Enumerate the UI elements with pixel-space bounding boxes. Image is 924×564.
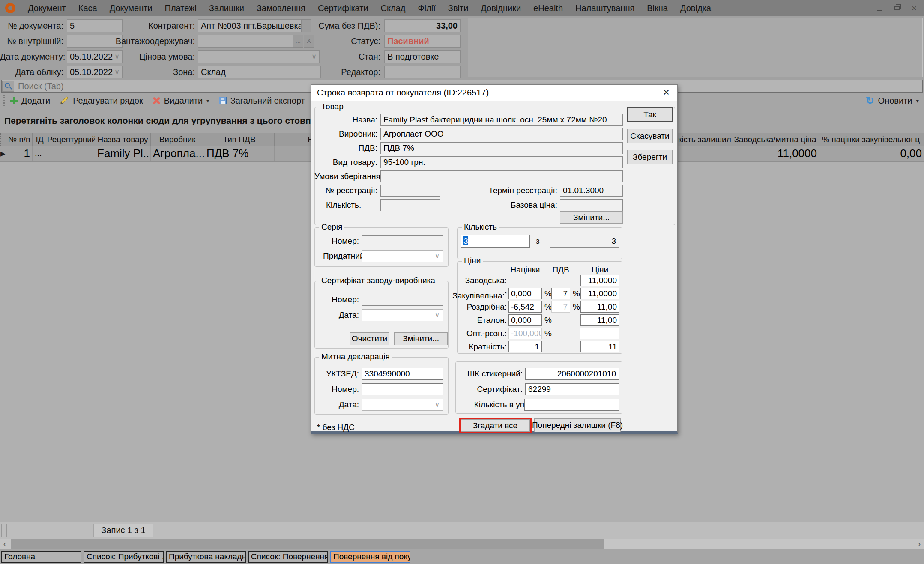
- column-id[interactable]: ІД: [33, 133, 47, 146]
- sum-no-vat-field: 33,00: [384, 19, 461, 32]
- edit-row-button[interactable]: Редагувати рядок: [60, 96, 143, 106]
- scrollbar-thumb[interactable]: [11, 539, 604, 549]
- price-wholesale-markup-field: -100,000: [508, 328, 542, 339]
- certificate-label: Сертифікат:: [458, 383, 523, 395]
- plus-icon: [10, 97, 18, 104]
- menu-payments[interactable]: Платежі: [165, 3, 197, 13]
- price-purchase-markup-field[interactable]: 0,000: [508, 288, 542, 299]
- document-form: № документа: 5 Контрагент: Апт №003 пгт.…: [0, 16, 924, 80]
- cancel-button[interactable]: Скасувати: [627, 129, 673, 143]
- column-vat-type[interactable]: Тип ПДВ: [204, 133, 275, 146]
- factory-cert-clear-button[interactable]: Очистити: [350, 332, 389, 345]
- customs-date-dropdown[interactable]: ∨: [362, 399, 443, 411]
- factory-cert-date-dropdown[interactable]: ∨: [362, 309, 443, 321]
- price-etalon-markup-field[interactable]: 0,000: [508, 314, 542, 326]
- toolbar-grip[interactable]: [3, 95, 6, 106]
- series-number-label: Номер:: [314, 235, 359, 247]
- dialog-titlebar[interactable]: Строка возврата от покупателя (ID:226517…: [311, 85, 677, 101]
- delete-label: Видалити: [164, 96, 203, 106]
- column-manufacturer[interactable]: Виробник: [151, 133, 204, 146]
- quantity-of-label: з: [536, 235, 544, 247]
- scroll-left-icon[interactable]: ‹: [0, 539, 9, 549]
- menu-windows[interactable]: Вікна: [647, 3, 668, 13]
- window-tabs: Головна Список: Прибуткові ... Прибутков…: [1, 551, 410, 564]
- recall-all-button[interactable]: Згадати все: [461, 419, 530, 432]
- menu-help[interactable]: Довідка: [680, 3, 711, 13]
- refresh-button[interactable]: ↻Оновити▾: [866, 95, 919, 106]
- save-button[interactable]: Зберегти: [627, 150, 673, 164]
- scroll-right-icon[interactable]: ›: [915, 539, 924, 549]
- prev-balances-button[interactable]: Попередні залишки (F8): [534, 418, 621, 432]
- tab-list-returns[interactable]: Список: Повернення ...: [248, 551, 328, 563]
- export-button[interactable]: Загальний експорт: [219, 96, 305, 106]
- quantity-input[interactable]: 3: [461, 235, 530, 248]
- column-purchase-markup[interactable]: % націнки закупівельної ц: [819, 133, 924, 146]
- row-num-cell: 1: [6, 146, 33, 161]
- restore-button[interactable]: [891, 3, 903, 13]
- series-valid-dropdown[interactable]: ∨: [362, 250, 443, 262]
- tab-incoming-invoice[interactable]: Прибуткова накладна .: [166, 551, 246, 563]
- product-change-button[interactable]: Змінити...: [560, 211, 623, 224]
- price-purchase-label: Закупівельна:*: [452, 288, 507, 302]
- uktzed-field[interactable]: 3304990000: [362, 368, 443, 380]
- price-multiplicity-field[interactable]: 1: [508, 341, 542, 352]
- column-recipe[interactable]: Рецептурний: [47, 133, 95, 146]
- menu-directories[interactable]: Довідники: [481, 3, 521, 13]
- consignee-field[interactable]: [198, 35, 293, 48]
- menu-reports[interactable]: Звіти: [448, 3, 468, 13]
- window-controls: ×: [874, 3, 920, 13]
- price-wholesale-price-field: [580, 328, 619, 339]
- menu-balances[interactable]: Залишки: [209, 3, 244, 13]
- tab-return-from-buyer[interactable]: Повернення від поку ...: [330, 551, 410, 563]
- menu-documents[interactable]: Документи: [110, 3, 153, 13]
- tab-list-incoming[interactable]: Список: Прибуткові ...: [84, 551, 164, 563]
- sticker-field[interactable]: 2060000201010: [525, 368, 619, 380]
- horizontal-scrollbar[interactable]: ‹ ›: [0, 539, 924, 549]
- base-price-field: [560, 199, 623, 211]
- header-grip-cell: [0, 133, 6, 146]
- menu-certificates[interactable]: Сертифікати: [318, 3, 368, 13]
- menu-branches[interactable]: Філії: [418, 3, 436, 13]
- column-qty-left[interactable]: ькість залишилася: [674, 133, 731, 146]
- chevron-down-icon: ∨: [435, 399, 440, 410]
- minimize-button[interactable]: [874, 3, 885, 13]
- price-purchase-label-text: Закупівельна:: [452, 291, 505, 300]
- product-name-label: Назва:: [314, 114, 377, 126]
- close-button[interactable]: ×: [909, 3, 920, 13]
- percent-sign: %: [544, 314, 552, 326]
- menu-ehealth[interactable]: eHealth: [533, 3, 563, 13]
- add-button[interactable]: Додати: [10, 96, 50, 106]
- factory-cert-change-button[interactable]: Змінити...: [394, 332, 448, 345]
- pack-qty-field[interactable]: [524, 399, 619, 411]
- price-purchase-vat-field[interactable]: 7: [551, 288, 570, 299]
- menu-warehouse[interactable]: Склад: [381, 3, 406, 13]
- dialog-close-icon[interactable]: ×: [663, 86, 670, 99]
- column-num[interactable]: № п/п: [6, 133, 33, 146]
- product-manufacturer-label: Виробник:: [314, 128, 377, 140]
- menu-document[interactable]: Документ: [28, 3, 66, 13]
- minimize-icon: [877, 10, 882, 11]
- consignee-label: Вантажоодержувач:: [88, 35, 195, 48]
- column-factory-price[interactable]: Заводська/митна ціна: [731, 133, 819, 146]
- price-factory-label: Заводська:: [459, 275, 507, 286]
- row-id-button[interactable]: ...: [33, 146, 47, 161]
- yes-button[interactable]: Так: [627, 107, 673, 122]
- editor-field: [384, 66, 461, 78]
- price-retail-markup-field[interactable]: -6,542: [508, 301, 542, 313]
- delete-button[interactable]: Видалити▾: [153, 96, 209, 106]
- price-purchase-price-field: 11,0000: [580, 288, 619, 299]
- status-field: Пасивний: [384, 35, 461, 48]
- contractor-field[interactable]: Апт №003 пгт.Барышевка, ул.Киев: [198, 19, 302, 32]
- tab-home[interactable]: Головна: [1, 551, 81, 563]
- close-icon: ×: [912, 4, 917, 12]
- export-label: Загальний експорт: [230, 96, 305, 106]
- product-vat-field: ПДВ 7%: [380, 142, 623, 154]
- menu-kasa[interactable]: Каса: [78, 3, 97, 13]
- product-kind-label: Вид товару:: [314, 156, 377, 168]
- certificate-field[interactable]: 62299: [525, 383, 619, 395]
- menu-orders[interactable]: Замовлення: [257, 3, 305, 13]
- column-product-name[interactable]: Назва товару: [95, 133, 151, 146]
- customs-number-field[interactable]: [362, 383, 443, 395]
- row-marker-icon: ▶: [0, 146, 6, 161]
- menu-settings[interactable]: Налаштування: [575, 3, 634, 13]
